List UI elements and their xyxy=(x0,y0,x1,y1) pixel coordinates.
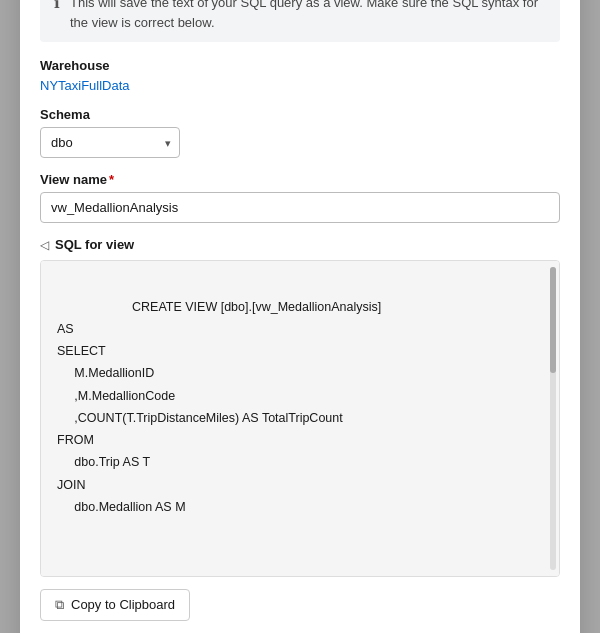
view-name-label: View name* xyxy=(40,172,560,187)
view-name-input[interactable] xyxy=(40,192,560,223)
sql-code-area: CREATE VIEW [dbo].[vw_MedallionAnalysis]… xyxy=(40,260,560,576)
required-star: * xyxy=(109,172,114,187)
scrollbar-thumb xyxy=(550,267,556,373)
view-name-field: View name* xyxy=(40,172,560,223)
schema-field: Schema dbo public staging ▾ xyxy=(40,107,560,158)
copy-button-label: Copy to Clipboard xyxy=(71,597,175,612)
schema-select[interactable]: dbo public staging xyxy=(40,127,180,158)
dialog-overlay: Save as view × ℹ This will save the text… xyxy=(0,0,600,633)
copy-to-clipboard-button[interactable]: ⧉ Copy to Clipboard xyxy=(40,589,190,621)
schema-label: Schema xyxy=(40,107,560,122)
info-icon: ℹ xyxy=(54,0,60,12)
copy-icon: ⧉ xyxy=(55,597,64,613)
sql-code-text: CREATE VIEW [dbo].[vw_MedallionAnalysis]… xyxy=(57,300,381,514)
dialog: Save as view × ℹ This will save the text… xyxy=(20,0,580,633)
warehouse-field: Warehouse NYTaxiFullData xyxy=(40,58,560,93)
info-text: This will save the text of your SQL quer… xyxy=(70,0,546,32)
collapse-icon: ◁ xyxy=(40,238,49,252)
warehouse-value[interactable]: NYTaxiFullData xyxy=(40,78,560,93)
info-banner: ℹ This will save the text of your SQL qu… xyxy=(40,0,560,42)
scrollbar-track[interactable] xyxy=(550,267,556,569)
warehouse-label: Warehouse xyxy=(40,58,560,73)
dialog-body: ℹ This will save the text of your SQL qu… xyxy=(20,0,580,633)
sql-toggle-label: SQL for view xyxy=(55,237,134,252)
sql-toggle[interactable]: ◁ SQL for view xyxy=(40,237,560,252)
sql-section: ◁ SQL for view CREATE VIEW [dbo].[vw_Med… xyxy=(40,237,560,576)
schema-select-wrapper: dbo public staging ▾ xyxy=(40,127,180,158)
